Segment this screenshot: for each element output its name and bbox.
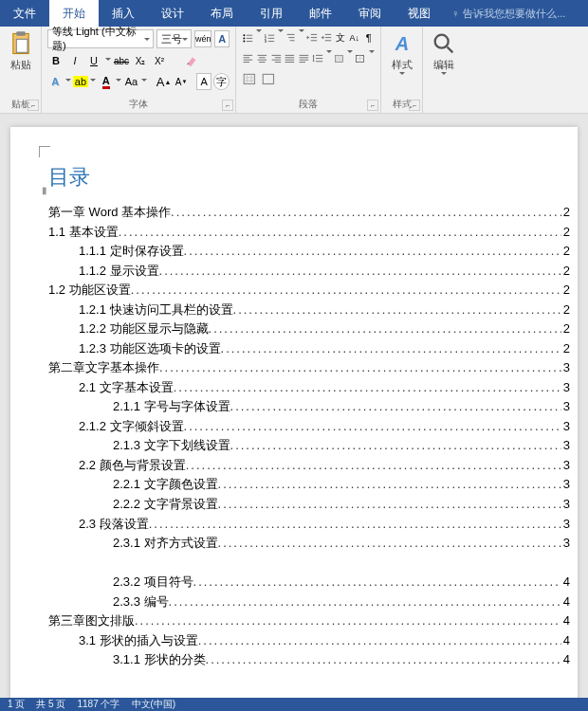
decrease-indent-button[interactable] — [306, 29, 319, 46]
align-left-button[interactable] — [242, 50, 254, 67]
tab-file[interactable]: 文件 — [0, 0, 49, 27]
shading-button[interactable] — [334, 50, 346, 67]
italic-button[interactable]: I — [66, 52, 83, 69]
page: ▮ 目录 第一章 Word 基本操作......................… — [10, 127, 578, 698]
grow-font-button[interactable]: A▲ — [156, 73, 171, 90]
clear-format-button[interactable] — [183, 52, 200, 69]
toc-entry[interactable]: 第二章文字基本操作...............................… — [48, 358, 570, 378]
toc-entry[interactable]: 1.2 功能区设置...............................… — [48, 281, 570, 301]
superscript-button[interactable]: X² — [151, 52, 168, 69]
shrink-font-button[interactable]: A▼ — [174, 73, 189, 90]
toc-entry[interactable]: 2.2 颜色与背景设置.............................… — [79, 456, 570, 476]
tab-layout[interactable]: 布局 — [197, 0, 247, 27]
paste-button[interactable]: 粘贴 — [6, 29, 36, 74]
toc-entry[interactable]: 3.1 形状的插入与设置............................… — [79, 631, 570, 651]
tab-design[interactable]: 设计 — [148, 0, 197, 27]
paste-icon — [8, 31, 34, 56]
multilevel-button[interactable] — [285, 29, 298, 46]
tell-me[interactable]: ♀告诉我您想要做什么... — [444, 7, 565, 21]
tab-mail[interactable]: 邮件 — [296, 0, 345, 27]
borders-button[interactable] — [355, 50, 367, 67]
font-color-button[interactable]: A — [99, 73, 114, 90]
align-justify-button[interactable] — [284, 50, 296, 67]
toc-entry[interactable]: 1.1 基本设置................................… — [48, 223, 570, 243]
toc-entry[interactable]: 2.1 文字基本设置..............................… — [79, 378, 570, 398]
enclose-char-button[interactable]: 字 — [213, 73, 230, 90]
change-case-button[interactable]: Aa — [123, 73, 138, 90]
subscript-button[interactable]: X₂ — [132, 52, 149, 69]
tab-insert[interactable]: 插入 — [99, 0, 148, 27]
toc-list: 第一章 Word 基本操作...........................… — [10, 199, 578, 670]
ribbon-tabs: 文件 开始 插入 设计 布局 引用 邮件 审阅 视图 ♀告诉我您想要做什么... — [0, 0, 588, 27]
group-editing: 编辑 — [423, 27, 465, 113]
toc-entry[interactable]: 第三章图文排版.................................… — [48, 611, 570, 631]
increase-indent-button[interactable] — [321, 29, 333, 46]
char-border-button[interactable]: A — [214, 30, 230, 47]
strikethrough-button[interactable]: abc — [113, 52, 130, 69]
numbering-button[interactable]: 123 — [264, 29, 276, 46]
svg-point-13 — [435, 35, 449, 48]
char-shading-button[interactable]: A — [196, 73, 212, 90]
align-center-button[interactable] — [256, 50, 268, 67]
dialog-launcher-icon[interactable]: ⌐ — [28, 100, 39, 111]
tab-home[interactable]: 开始 — [49, 0, 99, 27]
svg-rect-1 — [16, 31, 25, 36]
tab-references[interactable]: 引用 — [247, 0, 296, 27]
cursor-icon: ▮ — [42, 185, 47, 195]
toc-entry[interactable]: 1.2.2 功能区显示与隐藏..........................… — [79, 319, 570, 339]
toc-entry[interactable] — [79, 554, 570, 574]
bullets-button[interactable] — [242, 29, 254, 46]
dialog-launcher-icon[interactable]: ⌐ — [222, 100, 233, 111]
group-clipboard: 粘贴 贴板 ⌐ — [0, 27, 42, 113]
text-effects-button[interactable]: A — [47, 73, 63, 90]
status-bar: 1 页 共 5 页 1187 个字 中文(中国) — [0, 698, 588, 711]
find-icon — [431, 31, 457, 56]
bold-button[interactable]: B — [47, 52, 64, 69]
margin-corner-icon — [39, 146, 50, 157]
toc-entry[interactable]: 1.2.1 快速访问工具栏的设置........................… — [79, 301, 570, 320]
toc-entry[interactable]: 2.3.1 对齐方式设置............................… — [113, 534, 570, 554]
document-area[interactable]: ▮ 目录 第一章 Word 基本操作......................… — [0, 114, 588, 698]
snap-grid-button[interactable] — [242, 71, 259, 88]
toc-entry[interactable]: 3.1.1 形状的分类.............................… — [113, 650, 570, 670]
highlight-button[interactable]: ab — [73, 73, 88, 90]
toc-entry[interactable]: 1.1.2 显示设置..............................… — [79, 262, 570, 282]
phonetic-guide-button[interactable]: wén — [194, 30, 211, 47]
dialog-launcher-icon[interactable]: ⌐ — [409, 100, 420, 111]
group-styles: A 样式 样式 ⌐ — [381, 27, 423, 113]
editing-button[interactable]: 编辑 — [429, 29, 459, 80]
font-name-dropdown[interactable]: 等线 Light (中文标题) — [47, 29, 154, 48]
status-words[interactable]: 1187 个字 — [77, 698, 119, 711]
toc-entry[interactable]: 2.1.3 文字下划线设置...........................… — [113, 436, 570, 456]
toc-entry[interactable]: 1.1.1 定时保存设置............................… — [79, 242, 570, 262]
dialog-launcher-icon[interactable]: ⌐ — [367, 100, 378, 111]
toc-entry[interactable]: 2.2.2 文字背景设置............................… — [113, 495, 570, 515]
para-btn2[interactable] — [261, 71, 278, 88]
toc-title: 目录 — [10, 163, 578, 199]
tab-view[interactable]: 视图 — [395, 0, 444, 27]
font-size-dropdown[interactable]: 三号 — [156, 29, 193, 48]
line-spacing-button[interactable] — [312, 50, 324, 67]
toc-entry[interactable]: 2.3.2 项目符号..............................… — [113, 573, 570, 592]
lightbulb-icon: ♀ — [451, 8, 459, 19]
svg-rect-2 — [16, 39, 28, 52]
sort-button[interactable]: A↓ — [349, 29, 361, 46]
toc-entry[interactable]: 第一章 Word 基本操作...........................… — [48, 203, 570, 223]
toc-entry[interactable]: 1.2.3 功能区选项卡的设置.........................… — [79, 339, 570, 359]
status-page[interactable]: 1 页 — [8, 698, 25, 711]
toc-entry[interactable]: 2.1.1 字号与字体设置...........................… — [113, 397, 570, 417]
align-right-button[interactable] — [270, 50, 283, 67]
toc-entry[interactable]: 2.3 段落设置................................… — [79, 515, 570, 535]
align-distribute-button[interactable] — [298, 50, 310, 67]
text-direction-button[interactable]: 文 — [335, 29, 347, 46]
tab-review[interactable]: 审阅 — [345, 0, 395, 27]
styles-button[interactable]: A 样式 — [387, 29, 417, 80]
toc-entry[interactable]: 2.1.2 文字倾斜设置............................… — [79, 417, 570, 437]
underline-button[interactable]: U — [85, 52, 102, 69]
show-marks-button[interactable]: ¶ — [362, 29, 375, 46]
ribbon: 粘贴 贴板 ⌐ 等线 Light (中文标题) 三号 wén A B I U a… — [0, 27, 588, 114]
toc-entry[interactable]: 2.2.1 文字颜色设置............................… — [113, 475, 570, 495]
status-lang[interactable]: 中文(中国) — [132, 698, 176, 711]
toc-entry[interactable]: 2.3.3 编号................................… — [113, 592, 570, 612]
status-pages: 共 5 页 — [36, 698, 65, 711]
